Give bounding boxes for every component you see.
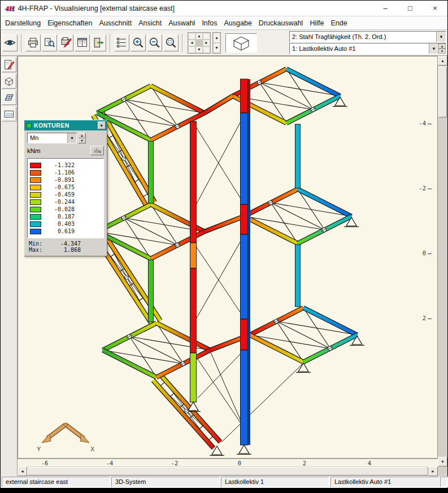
quantity-combo[interactable]: Mn ▼	[27, 133, 77, 143]
status-loadcollective: Lastkollektiv Auto #1	[330, 477, 439, 487]
model-viewport[interactable]: Y X -4 -2 0 2 KONTUREN ▼	[18, 56, 438, 459]
result-type-combo[interactable]: 2: Stahl Tragfähigkeit (Th. 2. Ord.) ▼	[289, 31, 446, 42]
print-button[interactable]	[25, 34, 41, 51]
bottom-tick: 2	[303, 460, 306, 466]
menu-auswahl[interactable]: Auswahl	[165, 18, 198, 29]
numbered-list-icon	[116, 37, 128, 49]
min-label: Min:	[29, 241, 42, 247]
zoom-out-icon	[149, 37, 160, 49]
pad-blank	[203, 46, 210, 53]
scroll-up-button[interactable]: ▲	[438, 56, 447, 66]
legend-row: -0.244	[30, 198, 101, 206]
numbering-button[interactable]: 123	[2, 107, 16, 121]
edit-mode-button[interactable]	[2, 58, 16, 72]
panel-collapse-button[interactable]: ▼	[98, 121, 106, 129]
menu-eigenschaften[interactable]: Eigenschaften	[44, 18, 95, 29]
zoom-step-spinner: ▲ ▼	[212, 32, 221, 54]
kontouren-titlebar[interactable]: KONTUREN ▼	[24, 120, 107, 130]
menu-darstellung[interactable]: Darstellung	[2, 18, 44, 29]
vertical-scrollbar[interactable]: ▲ ▼	[438, 56, 447, 476]
scroll-down-button[interactable]: ▼	[438, 457, 447, 466]
wireframe-view-button[interactable]	[2, 74, 16, 89]
chevron-down-icon[interactable]: ▼	[67, 133, 76, 143]
rotate-left-button[interactable]: ◄	[188, 40, 195, 46]
menu-ausschnitt[interactable]: Ausschnitt	[95, 18, 135, 29]
vertical-scroll-track[interactable]	[438, 66, 447, 457]
legend-swatch	[30, 192, 41, 198]
max-label: Max:	[29, 247, 42, 253]
legend-row: -1.106	[30, 169, 101, 176]
menu-infos[interactable]: Infos	[198, 18, 220, 29]
legend-swatch	[30, 207, 41, 212]
legend-row: 0.619	[30, 228, 101, 235]
right-tick: -4	[419, 120, 432, 126]
menu-ende[interactable]: Ende	[327, 18, 350, 29]
numbers-icon: 123	[3, 108, 15, 120]
rotate-right-button[interactable]: ►	[203, 40, 210, 46]
scroll-left-button[interactable]: ◄	[18, 466, 27, 476]
menu-ausgabe[interactable]: Ausgabe	[221, 18, 255, 29]
iso-cube-icon	[229, 35, 254, 51]
contour-fan-icon	[92, 147, 102, 154]
legend-swatch	[30, 229, 41, 234]
axes-triad: Y X	[37, 423, 95, 452]
unit-label: kNm	[27, 147, 41, 154]
load-case-combo[interactable]: 1: Lastkollektiv Auto #1 ▼ ▲ ▼	[289, 43, 446, 54]
toolbar-separator	[21, 34, 22, 52]
scrollbar-corner	[438, 466, 447, 476]
spin-down-button[interactable]: ▼	[438, 49, 446, 54]
zoom-window-button[interactable]	[163, 34, 179, 51]
menu-druckauswahl[interactable]: Druckauswahl	[255, 18, 307, 29]
horizontal-scrollbar[interactable]: ◄ ►	[18, 466, 438, 476]
print-settings-button[interactable]	[58, 34, 73, 51]
spin-up-button[interactable]: ▲	[213, 33, 220, 43]
contour-legend: -1.322 -1.106 -0.891 -0.675 -0.459 -0.24…	[27, 158, 104, 238]
rotate-center-button[interactable]	[195, 40, 203, 46]
bottom-tick: -2	[171, 460, 179, 466]
vertical-scroll-thumb[interactable]	[438, 67, 447, 117]
protocol-button[interactable]	[75, 34, 90, 51]
toolbar-separator	[110, 34, 111, 52]
legend-swatch	[30, 170, 41, 176]
menu-hilfe[interactable]: Hilfe	[306, 18, 327, 29]
exit-button[interactable]	[91, 34, 106, 51]
visibility-button[interactable]	[2, 34, 18, 51]
structure-model: Y X	[18, 56, 438, 459]
select-list-button[interactable]	[114, 34, 129, 51]
horizontal-scroll-thumb[interactable]	[27, 467, 428, 475]
rotate-up-button[interactable]: ▲	[195, 33, 203, 40]
spin-up-button[interactable]: ▲	[438, 43, 446, 49]
result-type-value: 2: Stahl Tragfähigkeit (Th. 2. Ord.)	[290, 32, 436, 42]
max-value: 1.868	[64, 247, 81, 253]
maximize-button[interactable]: □	[398, 1, 423, 16]
menu-ansicht[interactable]: Ansicht	[135, 18, 165, 29]
panel-title: KONTUREN	[34, 122, 69, 129]
chevron-down-icon[interactable]: ▼	[429, 43, 438, 54]
contour-options-button[interactable]	[90, 146, 104, 155]
eye-icon	[4, 37, 16, 49]
pencil-page-icon	[3, 59, 15, 71]
scroll-right-button[interactable]: ►	[428, 466, 438, 476]
legend-row: -0.891	[30, 176, 101, 184]
load-case-value: 1: Lastkollektiv Auto #1	[290, 43, 429, 54]
print-preview-button[interactable]	[42, 34, 57, 51]
book-icon	[76, 37, 88, 49]
chevron-down-icon[interactable]: ▼	[436, 32, 446, 42]
pad-blank	[188, 33, 195, 40]
close-button[interactable]: ×	[423, 1, 447, 16]
mesh-view-button[interactable]	[2, 90, 16, 105]
window-bottom-edge	[1, 488, 447, 492]
spin-down-button[interactable]: ▼	[213, 43, 220, 53]
y-axis-label: Y	[37, 446, 41, 452]
spin-down-button[interactable]: ▼	[78, 138, 86, 144]
minimize-button[interactable]: –	[373, 1, 398, 16]
zoom-out-button[interactable]	[147, 34, 162, 51]
hatched-surface-icon	[3, 92, 15, 103]
legend-row: 0.403	[30, 220, 101, 228]
perspective-box[interactable]	[225, 33, 257, 53]
pad-blank	[188, 46, 195, 53]
zoom-in-button[interactable]	[131, 34, 146, 51]
spin-up-button[interactable]: ▲	[78, 133, 86, 138]
rotate-down-button[interactable]: ▼	[195, 46, 203, 53]
toolbar: ▲ ◄ ► ▼ ▲ ▼ 2: Stahl Tragfähigkeit (Th. …	[1, 30, 447, 56]
